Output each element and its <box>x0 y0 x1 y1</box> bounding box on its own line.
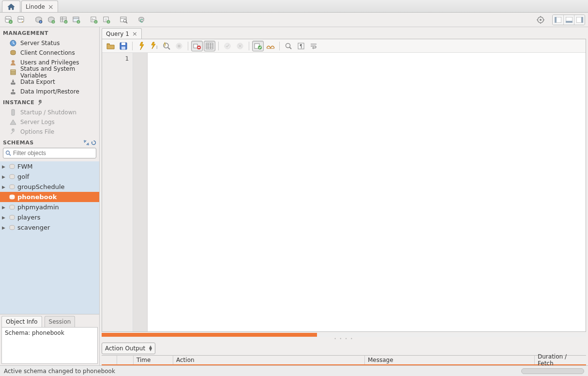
word-wrap-toggle[interactable] <box>308 41 319 51</box>
warning-icon <box>10 119 16 125</box>
close-icon[interactable]: × <box>132 30 137 37</box>
sql-editor-toolbar: I ¶ <box>102 39 586 53</box>
sidebar-item-client-connections[interactable]: Client Connections <box>0 48 99 58</box>
sql-editor-body[interactable]: 1 <box>102 53 586 331</box>
sidebar-item-server-logs[interactable]: Server Logs <box>0 117 99 127</box>
database-icon <box>9 184 15 190</box>
execute-button[interactable] <box>136 41 147 51</box>
stop-on-error-toggle[interactable] <box>191 41 203 51</box>
open-sql-file-button[interactable]: SQL <box>15 14 27 26</box>
code-textarea[interactable] <box>148 53 586 331</box>
close-icon[interactable]: × <box>48 3 54 11</box>
create-procedure-button[interactable]: fn+ <box>88 14 100 26</box>
create-table-button[interactable]: + <box>58 14 70 26</box>
svg-line-88 <box>290 47 292 49</box>
database-icon <box>9 163 15 170</box>
svg-rect-46 <box>581 17 583 23</box>
beautify-button[interactable] <box>265 41 276 51</box>
query-tab[interactable]: Query 1 × <box>102 28 142 39</box>
schema-item-selected[interactable]: ▶phonebook <box>0 192 99 202</box>
schema-item[interactable]: ▶scavenger <box>0 222 99 233</box>
schema-item[interactable]: ▶groupSchedule <box>0 182 99 192</box>
autocommit-toggle[interactable] <box>252 41 264 51</box>
create-view-button[interactable]: + <box>71 14 82 26</box>
output-col-time[interactable]: Time <box>134 356 173 364</box>
spinner-icon[interactable]: ▲▼ <box>149 345 152 351</box>
tab-object-info[interactable]: Object Info <box>1 316 42 327</box>
expand-icon[interactable] <box>84 140 89 145</box>
connection-tab[interactable]: Linode × <box>21 0 58 12</box>
schema-tree[interactable]: ▶FWM ▶golf ▶groupSchedule ▶phonebook ▶ph… <box>0 161 99 314</box>
find-button[interactable] <box>283 41 294 51</box>
main-area: Query 1 × I <box>100 27 588 365</box>
sidebar-item-startup-shutdown[interactable]: Startup / Shutdown <box>0 108 99 117</box>
tab-session[interactable]: Session <box>45 316 75 327</box>
sidebar-item-options-file[interactable]: Options File <box>0 127 99 137</box>
sidebar-item-data-import[interactable]: Data Import/Restore <box>0 87 99 96</box>
wrench-icon <box>37 100 43 106</box>
schema-filter-input[interactable] <box>3 148 96 158</box>
management-header: MANAGEMENT <box>0 27 99 38</box>
search-table-data-button[interactable] <box>118 14 130 26</box>
connection-tabbar: Linode × <box>0 0 588 13</box>
output-col-duration[interactable]: Duration / Fetch <box>535 356 586 364</box>
editor-hscrollbar[interactable] <box>102 333 586 337</box>
output-col-action[interactable]: Action <box>173 356 365 364</box>
schema-item[interactable]: ▶golf <box>0 172 99 182</box>
settings-gear-icon[interactable] <box>535 14 546 26</box>
schema-item[interactable]: ▶phpmyadmin <box>0 202 99 212</box>
schema-item[interactable]: ▶FWM <box>0 161 99 172</box>
search-icon <box>5 150 11 156</box>
chevron-right-icon[interactable]: ▶ <box>2 185 7 189</box>
chevron-right-icon[interactable]: ▶ <box>2 174 7 179</box>
execute-current-button[interactable]: I <box>148 41 160 51</box>
svg-text:+: + <box>94 20 97 23</box>
database-icon <box>9 214 15 221</box>
schema-item[interactable]: ▶players <box>0 212 99 222</box>
explain-button[interactable] <box>161 41 172 51</box>
svg-rect-70 <box>178 45 181 47</box>
status-scrollbar[interactable] <box>521 368 584 374</box>
svg-point-54 <box>6 151 10 155</box>
database-icon <box>9 194 15 201</box>
sidebar-item-data-export[interactable]: Data Export <box>0 77 99 87</box>
output-type-selector[interactable]: Action Output ▲▼ <box>102 343 155 354</box>
svg-text:¶: ¶ <box>300 44 302 49</box>
save-file-button[interactable] <box>118 41 129 51</box>
limit-rows-toggle[interactable] <box>204 41 215 51</box>
stop-button <box>173 41 185 51</box>
open-file-button[interactable] <box>105 41 117 51</box>
svg-text:I: I <box>156 46 157 50</box>
output-col-status[interactable] <box>102 356 117 364</box>
svg-rect-73 <box>198 47 200 48</box>
chevron-right-icon[interactable]: ▶ <box>2 164 7 169</box>
sidebar-item-status-vars[interactable]: Status and System Variables <box>0 67 99 77</box>
home-tab[interactable] <box>2 0 20 12</box>
sidebar-item-server-status[interactable]: Server Status <box>0 38 99 48</box>
output-header-row: Time Action Message Duration / Fetch <box>102 356 586 365</box>
invisible-chars-toggle[interactable]: ¶ <box>295 41 307 51</box>
new-sql-tab-button[interactable]: SQL+ <box>3 14 15 26</box>
create-schema-button[interactable]: + <box>45 14 57 26</box>
svg-text:+: + <box>9 20 12 23</box>
scrollbar-thumb[interactable] <box>102 333 317 337</box>
toggle-sidebar-button[interactable] <box>553 15 563 25</box>
connections-icon <box>10 49 16 56</box>
chevron-right-icon[interactable]: ▶ <box>2 215 7 220</box>
toggle-output-button[interactable] <box>563 15 574 25</box>
chevron-right-icon[interactable]: ▶ <box>2 205 7 210</box>
object-info-panel: Schema: phonebook <box>1 327 98 364</box>
splitter-grip[interactable]: • • • • <box>100 337 588 341</box>
create-function-button[interactable]: ()+ <box>101 14 112 26</box>
reconnect-button[interactable] <box>136 14 147 26</box>
refresh-icon[interactable] <box>91 140 96 145</box>
chevron-right-icon[interactable]: ▶ <box>2 225 7 230</box>
output-col-message[interactable]: Message <box>365 356 535 364</box>
inspector-button[interactable]: i <box>33 14 45 26</box>
rollback-button <box>234 41 246 51</box>
svg-point-87 <box>286 43 290 47</box>
toggle-secondary-sidebar-button[interactable] <box>574 15 585 25</box>
connection-tab-label: Linode <box>26 3 45 10</box>
svg-text:+: + <box>52 20 54 23</box>
output-col-index[interactable] <box>117 356 134 364</box>
